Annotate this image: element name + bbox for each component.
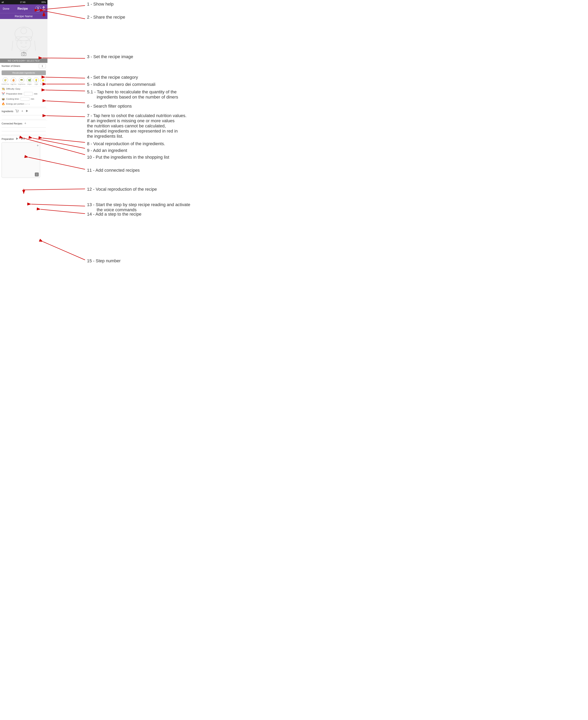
annotation-11: 11 - Add connected recipes	[87, 168, 140, 173]
recipe-image-area[interactable]	[0, 19, 47, 59]
category-bar[interactable]: NO CATEGORY SELECTED	[0, 59, 47, 63]
annotation-14: 14 - Add a step to the recipe	[87, 212, 141, 217]
svg-line-24	[45, 77, 85, 78]
svg-line-28	[46, 116, 85, 117]
favorite-icon: ⭐	[40, 77, 46, 83]
svg-line-26	[45, 90, 85, 91]
svg-point-4	[21, 42, 22, 43]
phone-panel: all 17:49 83% Done Recipe ? Recipe Name	[0, 0, 47, 179]
prep-time-row: ✂️ Preparation time: min	[0, 91, 47, 96]
energy-text: Energy per portion: -- : --	[6, 103, 30, 105]
annotation-10: 10 - Put the ingredients in the shopping…	[87, 155, 169, 160]
annotation-4: 4 - Set the recipe category	[87, 75, 138, 80]
annotation-9: 9 - Add an ingredient	[87, 148, 127, 153]
recalculate-button[interactable]: Recalculate ingredients	[2, 70, 46, 75]
share-icon	[42, 6, 45, 10]
add-connected-recipe-button[interactable]: +	[24, 121, 27, 126]
vocal-ingredients-button[interactable]	[25, 109, 29, 114]
recipe-name-text: Recipe Name	[15, 15, 33, 18]
done-button[interactable]: Done	[2, 7, 10, 11]
ingredients-label: Ingredients	[2, 110, 13, 113]
vegetarian-icon: 🥗	[19, 77, 24, 83]
annotation-3: 3 - Set the recipe image	[87, 54, 133, 59]
svg-marker-13	[26, 110, 28, 112]
preparation-section: Preparation + 1	[0, 136, 47, 179]
cook-time-label: Cooking time:	[6, 98, 19, 100]
annotation-2: 2 - Share the recipe	[87, 15, 125, 20]
svg-point-5	[25, 42, 27, 43]
svg-line-36	[41, 209, 85, 213]
divider-6	[2, 135, 46, 135]
status-time: 17:49	[20, 1, 25, 3]
filter-egg-free[interactable]: 🥚 Egg free	[10, 77, 16, 85]
svg-point-11	[16, 112, 17, 112]
gluten-free-label: Gluten free	[1, 83, 9, 85]
svg-point-10	[25, 53, 26, 54]
filter-vegetarian[interactable]: 🥗 Vegetarian	[18, 77, 25, 85]
filter-favorite[interactable]: ⭐ Favorite	[40, 77, 46, 85]
light-icon: 💡	[34, 77, 39, 83]
filter-vegan[interactable]: 🌿 Vegan	[27, 77, 32, 85]
svg-point-3	[17, 37, 30, 50]
add-step-button[interactable]: +	[37, 144, 39, 148]
category-text: NO CATEGORY SELECTED	[8, 60, 40, 62]
prep-time-label: Preparation time:	[6, 92, 23, 95]
svg-marker-14	[16, 138, 18, 140]
nav-bar: Done Recipe ?	[0, 4, 47, 13]
divider-4	[2, 127, 46, 128]
diners-input[interactable]	[39, 64, 46, 68]
cook-time-input[interactable]	[21, 97, 29, 101]
voice-command-button[interactable]	[21, 137, 25, 141]
vegetarian-label: Vegetarian	[18, 83, 25, 85]
prep-header: Preparation	[2, 137, 46, 141]
start-step-reading-button[interactable]	[16, 137, 19, 141]
prep-time-icon: ✂️	[2, 92, 5, 95]
svg-rect-1	[16, 37, 31, 41]
svg-line-35	[31, 204, 85, 206]
svg-point-12	[18, 112, 18, 112]
svg-line-6	[12, 41, 13, 50]
difficulty-row: 👨‍🍳 Difficulty: Easy	[0, 86, 47, 91]
camera-button[interactable]	[21, 52, 26, 57]
egg-free-label: Egg free	[10, 83, 16, 85]
filter-gluten-free[interactable]: 🌾 Gluten free	[1, 77, 9, 85]
cook-time-unit: min	[30, 98, 34, 100]
svg-line-23	[43, 58, 85, 58]
svg-line-29	[43, 138, 85, 142]
svg-line-27	[46, 101, 85, 103]
cook-time-row: 🍲 Cooking time: min	[0, 96, 47, 101]
nav-left: Done	[2, 7, 10, 11]
shopping-cart-button[interactable]	[15, 109, 19, 114]
energy-icon: 🔥	[2, 102, 5, 105]
difficulty-icon: 👨‍🍳	[2, 87, 5, 90]
annotation-12: 12 - Vocal reproduction of the recipe	[87, 187, 157, 192]
svg-marker-15	[21, 138, 23, 140]
prep-time-input[interactable]	[24, 92, 33, 96]
connected-recipes-label: Connected Recipes	[2, 122, 22, 125]
annotation-8: 8 - Vocal reproduction of the ingredient…	[87, 141, 165, 146]
svg-line-37	[43, 242, 85, 260]
prep-time-unit: min	[34, 92, 38, 95]
help-button[interactable]: ?	[35, 6, 41, 12]
diners-row: Number of Diners	[0, 63, 47, 69]
svg-point-2	[21, 28, 27, 34]
annotation-15: 15 - Step number	[87, 258, 121, 264]
filter-light[interactable]: 💡 Light	[34, 77, 39, 85]
egg-free-icon: 🥚	[11, 77, 16, 83]
cook-time-icon: 🍲	[2, 97, 5, 101]
share-button[interactable]	[42, 6, 45, 11]
annotation-51: 5.1 - Tap here to recalculate the quanti…	[87, 89, 178, 100]
light-label: Light	[35, 83, 38, 85]
vegan-label: Vegan	[27, 83, 31, 85]
annotation-5: 5 - Indica il numero dei commensali	[87, 82, 155, 87]
nav-title: Recipe	[18, 7, 28, 11]
favorite-label: Favorite	[40, 83, 46, 85]
add-ingredient-button[interactable]: +	[21, 109, 24, 114]
preparation-box[interactable]: + 1	[2, 142, 40, 178]
status-bar: all 17:49 83%	[0, 0, 47, 4]
battery-status: 83%	[42, 1, 46, 3]
energy-row[interactable]: 🔥 Energy per portion: -- : --	[0, 101, 47, 106]
nav-right: ?	[35, 6, 45, 12]
svg-line-7	[35, 41, 36, 50]
recipe-name-bar[interactable]: Recipe Name	[0, 13, 47, 19]
